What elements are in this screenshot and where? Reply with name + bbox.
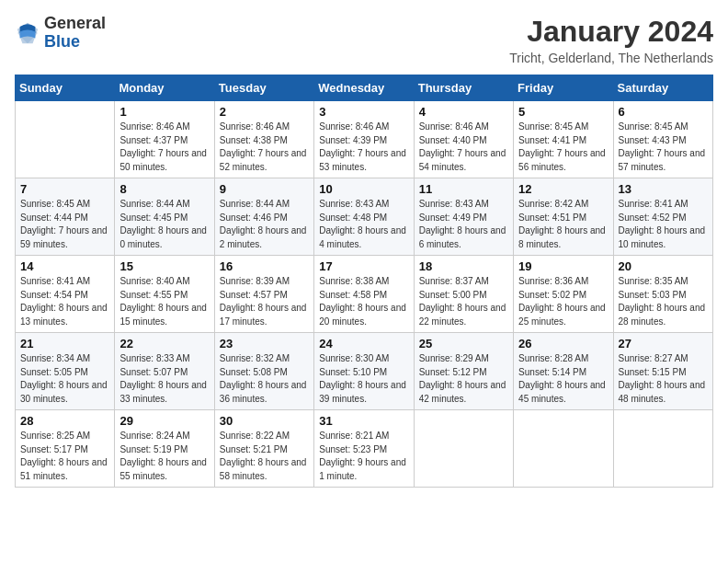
calendar-cell: 31Sunrise: 8:21 AM Sunset: 5:23 PM Dayli… [314,410,414,488]
day-number: 23 [220,337,309,350]
day-number: 8 [119,182,209,196]
day-number: 14 [20,259,109,273]
calendar-week-4: 21Sunrise: 8:34 AM Sunset: 5:05 PM Dayli… [16,333,713,410]
day-info: Sunrise: 8:45 AM Sunset: 4:44 PM Dayligh… [20,198,109,251]
page-header: General Blue January 2024 Tricht, Gelder… [15,15,713,65]
day-number: 24 [319,337,408,350]
calendar-week-1: 1Sunrise: 8:46 AM Sunset: 4:37 PM Daylig… [16,101,713,178]
weekday-header-tuesday: Tuesday [214,75,313,101]
day-info: Sunrise: 8:45 AM Sunset: 4:41 PM Dayligh… [518,121,608,174]
day-number: 21 [20,337,109,350]
title-block: January 2024 Tricht, Gelderland, The Net… [509,15,713,65]
day-number: 29 [119,414,209,428]
weekday-header-row: SundayMondayTuesdayWednesdayThursdayFrid… [16,75,713,101]
logo-general-text: General [44,15,106,33]
calendar-week-3: 14Sunrise: 8:41 AM Sunset: 4:54 PM Dayli… [16,256,713,333]
day-info: Sunrise: 8:37 AM Sunset: 5:00 PM Dayligh… [419,275,508,328]
day-number: 6 [619,105,708,119]
calendar-cell: 7Sunrise: 8:45 AM Sunset: 4:44 PM Daylig… [16,178,115,256]
logo-icon [15,20,40,46]
day-number: 31 [319,414,408,428]
calendar-cell: 20Sunrise: 8:35 AM Sunset: 5:03 PM Dayli… [613,256,712,333]
calendar-cell: 25Sunrise: 8:29 AM Sunset: 5:12 PM Dayli… [414,333,513,410]
day-number: 28 [20,414,109,428]
day-number: 9 [220,182,309,196]
day-number: 25 [419,337,508,350]
day-number: 10 [319,182,408,196]
location-title: Tricht, Gelderland, The Netherlands [509,51,713,65]
calendar-cell: 13Sunrise: 8:41 AM Sunset: 4:52 PM Dayli… [613,178,712,256]
calendar-cell: 26Sunrise: 8:28 AM Sunset: 5:14 PM Dayli… [514,333,613,410]
calendar-cell: 12Sunrise: 8:42 AM Sunset: 4:51 PM Dayli… [514,178,613,256]
day-info: Sunrise: 8:44 AM Sunset: 4:45 PM Dayligh… [119,198,209,251]
day-number: 18 [419,259,508,273]
calendar-cell: 6Sunrise: 8:45 AM Sunset: 4:43 PM Daylig… [613,101,712,178]
day-info: Sunrise: 8:46 AM Sunset: 4:39 PM Dayligh… [319,121,408,174]
day-info: Sunrise: 8:34 AM Sunset: 5:05 PM Dayligh… [20,352,109,406]
calendar-cell: 11Sunrise: 8:43 AM Sunset: 4:49 PM Dayli… [414,178,513,256]
day-number: 2 [220,105,309,119]
calendar-week-5: 28Sunrise: 8:25 AM Sunset: 5:17 PM Dayli… [16,410,713,488]
day-number: 17 [319,259,408,273]
day-number: 4 [419,105,508,119]
calendar-cell: 21Sunrise: 8:34 AM Sunset: 5:05 PM Dayli… [16,333,115,410]
day-info: Sunrise: 8:28 AM Sunset: 5:14 PM Dayligh… [518,352,608,406]
calendar-cell: 15Sunrise: 8:40 AM Sunset: 4:55 PM Dayli… [115,256,214,333]
weekday-header-thursday: Thursday [414,75,513,101]
logo: General Blue [15,15,106,52]
day-info: Sunrise: 8:36 AM Sunset: 5:02 PM Dayligh… [518,275,608,328]
calendar-cell: 19Sunrise: 8:36 AM Sunset: 5:02 PM Dayli… [514,256,613,333]
logo-blue-text: Blue [44,33,106,52]
weekday-header-monday: Monday [115,75,214,101]
day-number: 5 [518,105,608,119]
calendar-cell [514,410,613,488]
month-title: January 2024 [509,15,713,49]
day-number: 20 [619,259,708,273]
calendar-cell: 30Sunrise: 8:22 AM Sunset: 5:21 PM Dayli… [214,410,313,488]
day-number: 16 [220,259,309,273]
calendar-cell: 28Sunrise: 8:25 AM Sunset: 5:17 PM Dayli… [16,410,115,488]
weekday-header-sunday: Sunday [16,75,115,101]
day-info: Sunrise: 8:45 AM Sunset: 4:43 PM Dayligh… [619,121,708,174]
day-info: Sunrise: 8:43 AM Sunset: 4:48 PM Dayligh… [319,198,408,251]
calendar-cell: 1Sunrise: 8:46 AM Sunset: 4:37 PM Daylig… [115,101,214,178]
calendar-cell: 9Sunrise: 8:44 AM Sunset: 4:46 PM Daylig… [214,178,313,256]
day-info: Sunrise: 8:25 AM Sunset: 5:17 PM Dayligh… [20,430,109,483]
day-info: Sunrise: 8:41 AM Sunset: 4:54 PM Dayligh… [20,275,109,328]
calendar-cell: 24Sunrise: 8:30 AM Sunset: 5:10 PM Dayli… [314,333,414,410]
calendar-cell: 27Sunrise: 8:27 AM Sunset: 5:15 PM Dayli… [613,333,712,410]
weekday-header-wednesday: Wednesday [314,75,414,101]
day-info: Sunrise: 8:46 AM Sunset: 4:40 PM Dayligh… [419,121,508,174]
calendar-cell: 14Sunrise: 8:41 AM Sunset: 4:54 PM Dayli… [16,256,115,333]
day-info: Sunrise: 8:21 AM Sunset: 5:23 PM Dayligh… [319,430,408,483]
calendar-cell: 8Sunrise: 8:44 AM Sunset: 4:45 PM Daylig… [115,178,214,256]
day-info: Sunrise: 8:24 AM Sunset: 5:19 PM Dayligh… [119,430,209,483]
calendar-cell: 5Sunrise: 8:45 AM Sunset: 4:41 PM Daylig… [514,101,613,178]
calendar-cell: 17Sunrise: 8:38 AM Sunset: 4:58 PM Dayli… [314,256,414,333]
calendar-cell: 10Sunrise: 8:43 AM Sunset: 4:48 PM Dayli… [314,178,414,256]
day-info: Sunrise: 8:43 AM Sunset: 4:49 PM Dayligh… [419,198,508,251]
day-number: 15 [119,259,209,273]
day-info: Sunrise: 8:44 AM Sunset: 4:46 PM Dayligh… [220,198,309,251]
calendar-cell [613,410,712,488]
day-number: 7 [20,182,109,196]
weekday-header-saturday: Saturday [613,75,712,101]
day-info: Sunrise: 8:30 AM Sunset: 5:10 PM Dayligh… [319,352,408,406]
day-info: Sunrise: 8:46 AM Sunset: 4:38 PM Dayligh… [220,121,309,174]
calendar-cell [414,410,513,488]
day-number: 26 [518,337,608,350]
day-info: Sunrise: 8:35 AM Sunset: 5:03 PM Dayligh… [619,275,708,328]
logo-text: General Blue [44,15,106,52]
day-info: Sunrise: 8:38 AM Sunset: 4:58 PM Dayligh… [319,275,408,328]
weekday-header-friday: Friday [514,75,613,101]
day-info: Sunrise: 8:46 AM Sunset: 4:37 PM Dayligh… [119,121,209,174]
calendar-cell: 18Sunrise: 8:37 AM Sunset: 5:00 PM Dayli… [414,256,513,333]
day-number: 11 [419,182,508,196]
calendar-cell: 22Sunrise: 8:33 AM Sunset: 5:07 PM Dayli… [115,333,214,410]
day-info: Sunrise: 8:32 AM Sunset: 5:08 PM Dayligh… [220,352,309,406]
calendar-cell: 29Sunrise: 8:24 AM Sunset: 5:19 PM Dayli… [115,410,214,488]
calendar-cell: 4Sunrise: 8:46 AM Sunset: 4:40 PM Daylig… [414,101,513,178]
calendar-cell: 2Sunrise: 8:46 AM Sunset: 4:38 PM Daylig… [214,101,313,178]
day-info: Sunrise: 8:27 AM Sunset: 5:15 PM Dayligh… [619,352,708,406]
day-number: 30 [220,414,309,428]
